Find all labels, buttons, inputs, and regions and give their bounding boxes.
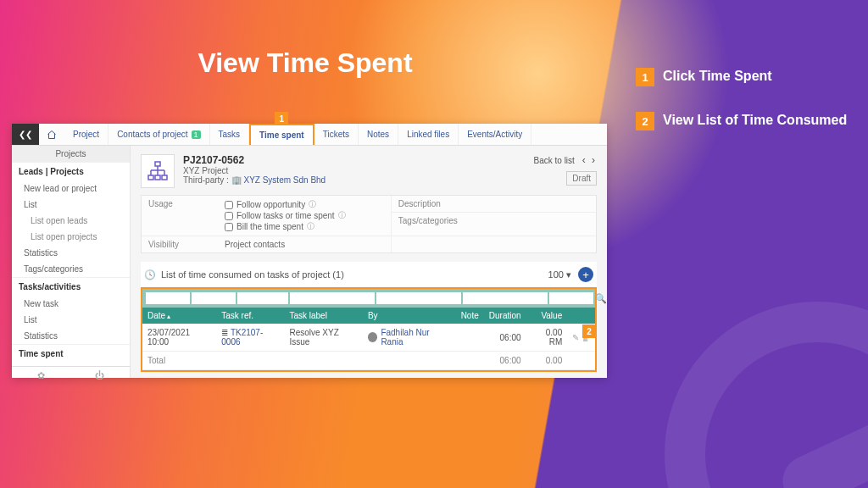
step-text: Click Time Spent [663,68,772,86]
project-meta: Usage Follow opportunity ⓘ Follow tasks … [141,195,597,253]
filter-date2[interactable] [192,292,236,304]
step-number: 2 [636,112,654,130]
sidebar-section-leads: Leads | Projects [12,162,130,180]
gear-icon[interactable]: ✿ [37,370,45,381]
filter-row: 🔍 ✕ [142,289,595,308]
info-icon[interactable]: ⓘ [307,221,314,232]
sidebar-item-statistics2[interactable]: Statistics [12,328,130,344]
meta-visibility-value: Project contacts [218,236,391,252]
info-icon[interactable]: ⓘ [309,199,316,210]
col-note[interactable]: Note [456,308,484,324]
callout-marker-1: 1 [275,112,288,125]
step-2: 2 View List of Time Consumed [636,112,848,130]
chk-bill-time[interactable] [225,223,233,231]
step-1: 1 Click Time Spent [636,68,848,86]
footer-duration: 06:00 [484,352,526,370]
filter-tasklabel[interactable] [290,292,375,304]
tab-time-spent[interactable]: Time spent 1 [249,124,314,145]
project-header: PJ2107-0562 XYZ Project Third-party : 🏢 … [141,154,597,188]
meta-usage-label: Usage [142,196,218,236]
cell-duration: 06:00 [484,324,526,352]
clock-icon: 🕓 [144,269,156,280]
tab-tasks[interactable]: Tasks [210,124,250,145]
edit-icon[interactable]: ✎ [572,333,579,342]
col-by[interactable]: By [363,308,456,324]
cell-value: 0.00 RM [526,324,568,352]
tab-project[interactable]: Project [64,124,108,145]
col-task-label[interactable]: Task label [284,308,363,324]
filter-note[interactable] [463,292,548,304]
cell-date: 23/07/2021 10:00 [142,324,216,352]
sidebar-item-list2[interactable]: List [12,312,130,328]
sidebar-item-statistics[interactable]: Statistics [12,245,130,261]
status-draft: Draft [566,171,597,186]
step-number: 1 [636,68,654,86]
footer-label: Total [142,352,216,370]
third-party-link[interactable]: XYZ System Sdn Bhd [243,175,326,185]
step-text: View List of Time Consumed [663,112,847,130]
sidebar-header: Projects [12,146,130,162]
sidebar-footer: ✿ ⏻ [12,366,130,385]
page-size[interactable]: 100 ▾ [548,269,571,280]
app-screenshot: ❮❮ Project Contacts of project 1 Tasks T… [12,124,607,378]
list-title: List of time consumed on tasks of projec… [161,269,344,280]
filter-by[interactable] [376,292,461,304]
tab-events[interactable]: Events/Activity [459,124,531,145]
cell-task-label: Resolve XYZ Issue [284,324,363,352]
tab-label: Time spent [259,130,304,140]
collapse-icon[interactable]: ❮❮ [12,124,39,145]
table-row[interactable]: 23/07/2021 10:00 ≣ TK2107-0006 Resolve X… [142,324,595,352]
tab-contacts[interactable]: Contacts of project 1 [108,124,209,145]
cell-note [456,324,484,352]
add-button[interactable]: + [578,267,593,282]
time-table-highlight: 2 🔍 ✕ [141,287,597,372]
next-icon[interactable]: › [592,154,597,166]
meta-tags-label: Tags/categories [392,213,468,229]
info-icon[interactable]: ⓘ [338,210,346,221]
back-to-list-link[interactable]: Back to list [534,156,575,165]
sidebar-item-list[interactable]: List [12,197,130,213]
prev-icon[interactable]: ‹ [582,154,587,166]
sidebar-section-time-spent[interactable]: Time spent [12,344,130,363]
home-icon[interactable] [39,124,64,145]
hierarchy-icon [141,154,175,188]
tab-notes[interactable]: Notes [359,124,398,145]
content-area: PJ2107-0562 XYZ Project Third-party : 🏢 … [131,146,607,378]
footer-value: 0.00 [526,352,568,370]
svg-rect-1 [148,175,153,180]
col-duration[interactable]: Duration [484,308,526,324]
steps-panel: 1 Click Time Spent 2 View List of Time C… [636,68,848,156]
filter-duration[interactable] [549,292,593,304]
col-value[interactable]: Value [526,308,568,324]
sidebar-item-new-lead[interactable]: New lead or project [12,180,130,197]
search-icon[interactable]: 🔍 [595,293,607,304]
tabs: Project Contacts of project 1 Tasks Time… [64,124,531,145]
third-party-label: Third-party : [183,175,229,185]
filter-taskref[interactable] [237,292,288,304]
col-date[interactable]: Date [142,308,216,324]
power-icon[interactable]: ⏻ [95,370,104,381]
callout-marker-2: 2 [582,324,596,338]
chk-follow-opportunity[interactable] [225,201,233,209]
svg-rect-0 [155,162,160,166]
sidebar-section-tasks: Tasks/activities [12,277,130,296]
project-name: XYZ Project [183,166,526,175]
cell-task-ref[interactable]: TK2107-0006 [221,328,263,347]
sidebar-item-new-task[interactable]: New task [12,296,130,312]
filter-date[interactable] [146,292,190,304]
tab-linked-files[interactable]: Linked files [398,124,459,145]
chk-follow-tasks[interactable] [225,212,233,220]
sidebar-item-open-projects[interactable]: List open projects [12,229,130,245]
cell-by[interactable]: Fadhilah Nur Rania [381,328,450,347]
sidebar-item-tags[interactable]: Tags/categories [12,261,130,277]
sidebar: Projects Leads | Projects New lead or pr… [12,146,131,378]
sidebar-item-open-leads[interactable]: List open leads [12,213,130,229]
meta-description-label: Description [392,196,468,212]
time-list-block: 🕓 List of time consumed on tasks of proj… [141,262,597,372]
contacts-badge: 1 [192,130,201,139]
tab-tickets[interactable]: Tickets [314,124,359,145]
time-table: Date Task ref. Task label By Note Durati… [142,308,595,370]
meta-visibility-label: Visibility [142,236,218,252]
slide-title: View Time Spent [0,47,610,79]
col-task-ref[interactable]: Task ref. [216,308,284,324]
